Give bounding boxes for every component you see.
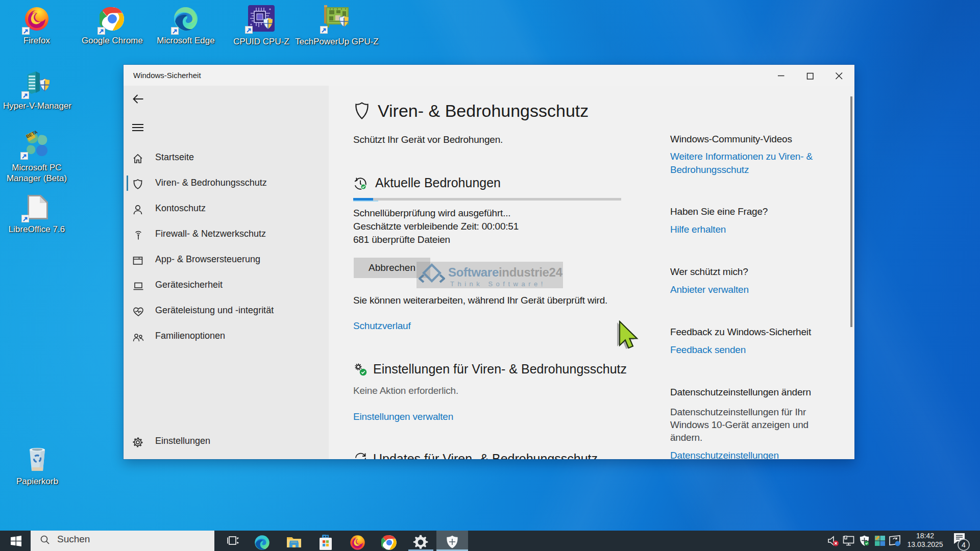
svg-text:4: 4 (962, 541, 966, 549)
